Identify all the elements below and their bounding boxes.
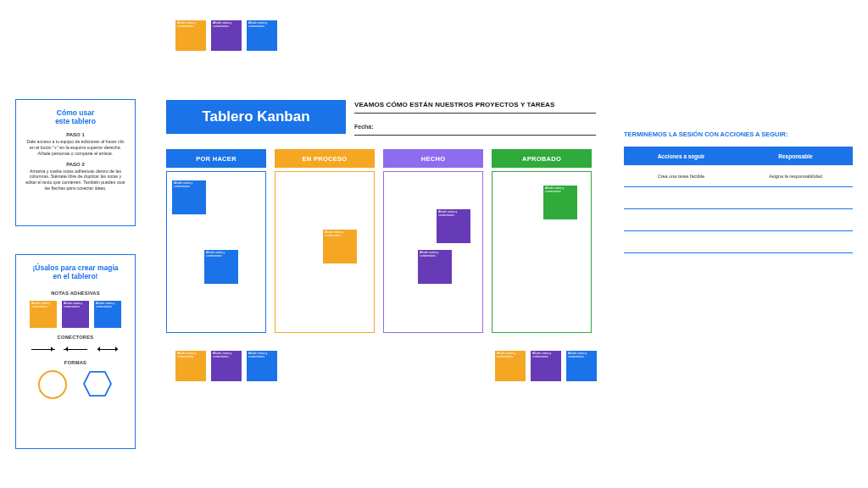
kanban-card[interactable]: Añadir notas y comentarios xyxy=(172,180,206,214)
actions-panel: TERMINEMOS LA SESIÓN CON ACCIONES A SEGU… xyxy=(624,130,853,253)
connectors-section-label: CONECTORES xyxy=(23,335,128,340)
kanban-card[interactable]: Añadir notas y comentarios xyxy=(418,250,452,284)
actions-table-row[interactable] xyxy=(624,231,853,253)
kanban-column-body[interactable]: Añadir notas y comentarios xyxy=(275,171,375,333)
kanban-column-header: APROBADO xyxy=(492,149,592,168)
kanban-column-header: HECHO xyxy=(383,149,483,168)
kanban-title: Tablero Kanban xyxy=(166,100,346,134)
sticky-purple[interactable]: Añadir notas y comentarios xyxy=(211,351,242,381)
actions-table-row[interactable]: Crea una tarea factible Asigna la respon… xyxy=(624,165,853,187)
actions-header-cell: Responsable xyxy=(738,153,853,159)
howto-panel: Cómo usar este tablero PASO 1 Dale acces… xyxy=(15,99,136,226)
sticky-section-label: NOTAS ADHESIVAS xyxy=(23,291,128,296)
actions-cell: Asigna la responsabilidad xyxy=(738,174,853,179)
kanban-card[interactable]: Añadir notas y comentarios xyxy=(323,230,357,263)
howto-title: Cómo usar este tablero xyxy=(23,108,128,125)
swatch-blue[interactable]: Añadir notas y comentarios xyxy=(94,301,121,328)
kanban-column-body[interactable]: Añadir notas y comentarios xyxy=(492,171,592,333)
kanban-column-done: HECHO Añadir notas y comentarios Añadir … xyxy=(383,149,483,333)
kanban-subtitle: VEAMOS CÓMO ESTÁN NUESTROS PROYECTOS Y T… xyxy=(354,101,554,108)
kanban-card[interactable]: Añadir notas y comentarios xyxy=(437,209,470,243)
kanban-column-inprogress: EN PROCESO Añadir notas y comentarios xyxy=(275,149,375,333)
shapes-section-label: FORMAS xyxy=(23,360,128,365)
kanban-column-todo: POR HACER Añadir notas y comentarios Aña… xyxy=(166,149,266,333)
actions-table-header: Acciones a seguir Responsable xyxy=(624,147,853,165)
sticky-orange[interactable]: Añadir notas y comentarios xyxy=(175,351,206,381)
kanban-column-approved: APROBADO Añadir notas y comentarios xyxy=(492,149,592,333)
svg-marker-0 xyxy=(84,372,111,396)
connector-arrow-right-icon[interactable] xyxy=(31,345,55,353)
top-sticky-palette: Añadir notas y comentarios Añadir notas … xyxy=(175,20,277,51)
bottom-sticky-palette-left: Añadir notas y comentarios Añadir notas … xyxy=(175,351,277,381)
swatch-orange[interactable]: Añadir notas y comentarios xyxy=(30,301,57,328)
shape-circle-icon[interactable] xyxy=(38,370,67,399)
bottom-sticky-palette-right: Añadir notas y comentarios Añadir notas … xyxy=(495,351,597,381)
sticky-swatch-row: Añadir notas y comentarios Añadir notas … xyxy=(23,301,128,328)
kanban-column-header: POR HACER xyxy=(166,149,266,168)
kanban-column-body[interactable]: Añadir notas y comentarios Añadir notas … xyxy=(383,171,483,333)
kanban-card[interactable]: Añadir notas y comentarios xyxy=(204,250,238,284)
step2-label: PASO 2 xyxy=(23,162,128,167)
step2-body: Arrastra y suelta notas adhesivas dentro… xyxy=(23,169,128,191)
shapes-row xyxy=(23,370,128,399)
connector-arrow-both-icon[interactable] xyxy=(96,345,120,353)
sticky-purple[interactable]: Añadir notas y comentarios xyxy=(211,20,242,51)
kanban-fecha-label: Fecha: xyxy=(354,124,374,130)
sticky-orange[interactable]: Añadir notas y comentarios xyxy=(175,20,206,51)
sticky-blue[interactable]: Añadir notas y comentarios xyxy=(247,20,277,51)
sticky-blue[interactable]: Añadir notas y comentarios xyxy=(566,351,597,381)
actions-title: TERMINEMOS LA SESIÓN CON ACCIONES A SEGU… xyxy=(624,130,853,138)
shape-hexagon-icon[interactable] xyxy=(82,370,113,397)
kanban-subtitle-underline xyxy=(354,113,596,114)
sticky-purple[interactable]: Añadir notas y comentarios xyxy=(531,351,561,381)
magic-panel: ¡Úsalos para crear magia en el tablero! … xyxy=(15,254,136,449)
kanban-fecha-underline xyxy=(354,135,596,136)
step1-label: PASO 1 xyxy=(23,132,128,137)
actions-table-row[interactable] xyxy=(624,187,853,209)
actions-header-cell: Acciones a seguir xyxy=(624,153,738,159)
connector-arrow-left-icon[interactable] xyxy=(64,345,87,353)
sticky-blue[interactable]: Añadir notas y comentarios xyxy=(247,351,277,381)
step1-body: Dale acceso a tu equipo de ediciones al … xyxy=(23,139,128,156)
magic-title: ¡Úsalos para crear magia en el tablero! xyxy=(23,263,128,280)
actions-cell: Crea una tarea factible xyxy=(624,174,738,179)
kanban-column-header: EN PROCESO xyxy=(275,149,375,168)
sticky-orange[interactable]: Añadir notas y comentarios xyxy=(495,351,526,381)
connector-row xyxy=(23,345,128,353)
actions-table-row[interactable] xyxy=(624,209,853,231)
swatch-purple[interactable]: Añadir notas y comentarios xyxy=(62,301,89,328)
kanban-column-body[interactable]: Añadir notas y comentarios Añadir notas … xyxy=(166,171,266,333)
kanban-card[interactable]: Añadir notas y comentarios xyxy=(543,186,577,219)
